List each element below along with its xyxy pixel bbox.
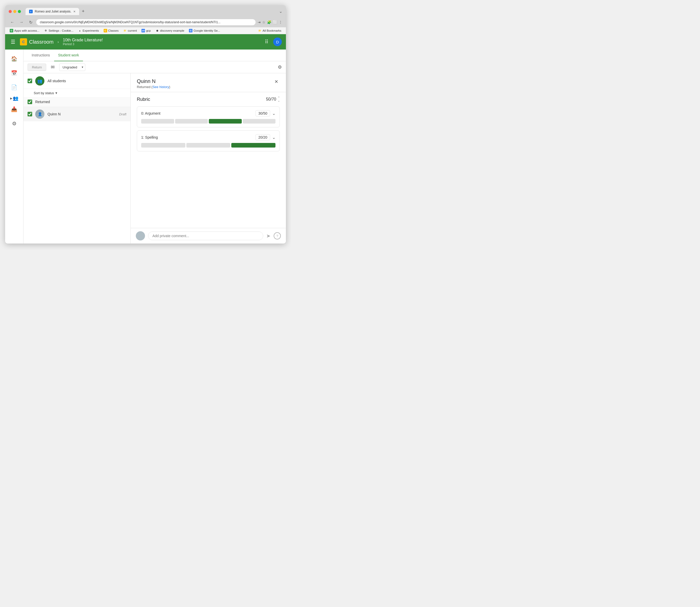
app-name: Classroom <box>29 39 54 45</box>
rubric-spelling-name: 1: Spelling <box>141 135 255 139</box>
sidebar-item-home[interactable]: 🏠 <box>8 53 20 65</box>
student-list-panel: 👥 All students Sort by status ▾ Returned <box>23 73 131 244</box>
bookmark-current[interactable]: 📁 current <box>122 28 138 33</box>
user-avatar[interactable]: D <box>273 38 282 46</box>
email-button[interactable]: ✉ <box>49 63 57 71</box>
sort-row: Sort by status ▾ <box>23 89 130 97</box>
close-dot[interactable] <box>9 10 12 13</box>
bookmark-all[interactable]: 📁 All Bookmarks <box>257 28 283 33</box>
bookmark-experiments-label: Experiments <box>83 29 99 32</box>
rubric-argument-scale <box>141 119 275 124</box>
bookmarks-bar: G Apps with access... ⚙ Settings - Cooki… <box>5 27 286 34</box>
address-bar-input[interactable] <box>36 19 255 25</box>
tab-title: Romeo and Juliet analysis. <box>35 10 71 13</box>
back-button[interactable]: ← <box>9 19 16 26</box>
rubric-argument-expand-icon[interactable]: ⌄ <box>272 111 275 116</box>
section-returned-label: Returned <box>35 100 50 104</box>
profile-icon[interactable]: ⬜ <box>273 20 277 24</box>
sidebar-item-people-expand[interactable]: ▶ 👥 <box>10 96 18 101</box>
maximize-dot[interactable] <box>18 10 21 13</box>
all-students-label: All students <box>47 79 66 83</box>
course-info: 10th Grade Literature! Period 3 <box>63 38 103 46</box>
rubric-spelling-expand-icon[interactable]: ⌄ <box>272 135 275 140</box>
bookmark-settings[interactable]: ⚙ Settings - Cookie... <box>43 28 74 33</box>
bookmark-api-icon: API <box>141 29 145 33</box>
reload-button[interactable]: ↻ <box>27 19 34 26</box>
section-returned-header: Returned <box>23 97 130 107</box>
scale-spelling-segment-2[interactable] <box>231 143 275 148</box>
bookmark-icon[interactable]: ☆ <box>262 20 266 24</box>
extensions-icon[interactable]: 🧩 <box>267 20 271 24</box>
bookmark-discovery[interactable]: ◉ discovery example <box>155 28 185 33</box>
comment-input[interactable] <box>148 231 263 240</box>
section-returned-checkbox[interactable] <box>27 100 32 104</box>
tab-student-work[interactable]: Student work <box>54 49 83 61</box>
browser-window: C Romeo and Juliet analysis. ✕ + ⌄ ← → ↻… <box>5 5 286 244</box>
scale-segment-0[interactable] <box>141 119 174 124</box>
bookmark-experiments[interactable]: ▲ Experiments <box>77 28 100 33</box>
browser-more-icon[interactable]: ⌄ <box>279 9 282 14</box>
scale-segment-2[interactable] <box>209 119 242 124</box>
bookmark-current-icon: 📁 <box>123 29 127 33</box>
tab-close-icon[interactable]: ✕ <box>73 10 76 13</box>
sidebar-item-archive[interactable]: 📥 <box>8 103 20 116</box>
send-comment-button[interactable]: ➤ <box>266 233 271 239</box>
bookmark-google-identity[interactable]: G Google Identity Se... <box>188 28 221 33</box>
see-history-link[interactable]: See history <box>152 85 169 89</box>
settings-button[interactable]: ⚙ <box>278 64 282 70</box>
share-icon[interactable]: ⇥ <box>258 20 261 24</box>
more-options-icon[interactable]: ⋮ <box>279 20 282 24</box>
sort-label: Sort by status <box>34 91 54 95</box>
rubric-argument-name: 0: Argument <box>141 111 255 116</box>
rubric-spelling-scale <box>141 143 275 148</box>
active-tab[interactable]: C Romeo and Juliet analysis. ✕ <box>25 8 79 15</box>
all-students-avatar: 👥 <box>35 76 44 85</box>
tab-favicon: C <box>29 10 33 13</box>
rubric-header-row: Rubric 50/70 ⌃ ⌄ <box>137 96 280 102</box>
sort-arrow-icon[interactable]: ▾ <box>56 91 57 95</box>
tab-instructions[interactable]: Instructions <box>27 49 54 61</box>
sidebar-item-calendar[interactable]: 📅 <box>8 67 20 79</box>
filter-select[interactable]: Ungraded <box>59 64 85 71</box>
close-submission-button[interactable]: ✕ <box>273 78 280 85</box>
scale-spelling-segment-0[interactable] <box>141 143 185 148</box>
all-students-row: 👥 All students <box>23 73 130 89</box>
return-button[interactable]: Return <box>27 64 46 71</box>
breadcrumb-separator: › <box>58 40 59 44</box>
address-bar-row: ← → ↻ ⇥ ☆ 🧩 ⬜ ⋮ <box>5 17 286 27</box>
bookmark-apps-label: Apps with access... <box>14 29 39 32</box>
sidebar-item-settings[interactable]: ⚙ <box>8 118 20 130</box>
apps-grid-icon[interactable]: ⠿ <box>263 37 270 46</box>
bookmark-all-icon: 📁 <box>258 29 262 33</box>
bookmark-classes-label: Classes <box>108 29 119 32</box>
tabs-bar: C Romeo and Juliet analysis. ✕ + <box>25 8 86 15</box>
scale-segment-1[interactable] <box>175 119 208 124</box>
app-header: ☰ C Classroom › 10th Grade Literature! P… <box>5 34 286 49</box>
scale-spelling-segment-1[interactable] <box>186 143 230 148</box>
comment-area: ➤ ? <box>131 228 286 244</box>
forward-button[interactable]: → <box>18 19 25 26</box>
scale-segment-3[interactable] <box>243 119 276 124</box>
submission-status-text: Returned (See history) <box>137 85 170 89</box>
filter-select-wrapper: Ungraded ▾ <box>59 64 85 71</box>
student-quinn-name: Quinn N <box>47 112 116 116</box>
student-quinn-status: Draft <box>119 112 126 116</box>
minimize-dot[interactable] <box>13 10 16 13</box>
bookmark-api[interactable]: API gcp <box>140 28 152 33</box>
student-row-quinn[interactable]: 👤 Quinn N Draft <box>23 107 130 121</box>
course-title: 10th Grade Literature! <box>63 38 103 42</box>
new-tab-button[interactable]: + <box>80 8 86 15</box>
all-students-checkbox[interactable] <box>27 79 32 83</box>
sidebar-item-assignments[interactable]: 📄 <box>8 81 20 93</box>
help-button[interactable]: ? <box>274 232 281 239</box>
rubric-stepper[interactable]: ⌃ ⌄ <box>278 96 280 102</box>
submission-student-name: Quinn N <box>137 78 170 84</box>
bookmark-settings-icon: ⚙ <box>44 29 47 33</box>
bookmark-apps[interactable]: G Apps with access... <box>9 28 40 33</box>
submission-student-info: Quinn N Returned (See history) <box>137 78 170 89</box>
student-quinn-checkbox[interactable] <box>27 112 32 117</box>
sidebar: 🏠 📅 📄 ▶ 👥 📥 ⚙ <box>5 49 23 244</box>
menu-icon[interactable]: ☰ <box>9 37 17 46</box>
bookmark-classes[interactable]: C Classes <box>103 28 120 33</box>
toolbar: Return ✉ Ungraded ▾ ⚙ <box>23 61 286 73</box>
